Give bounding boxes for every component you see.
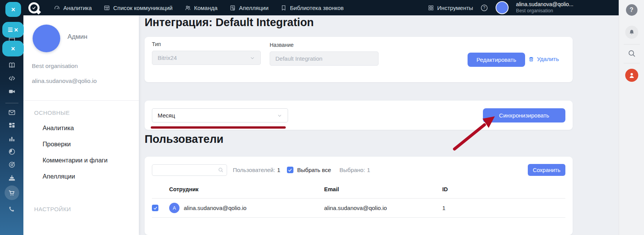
chevron-down-icon [277, 113, 282, 118]
users-table: Сотрудник Email ID A alina.sudanova@qoli… [152, 180, 565, 218]
save-button[interactable]: Сохранить [528, 164, 565, 176]
check-icon [288, 168, 292, 172]
row-email: alina.sudanova@qolio.io [324, 205, 442, 211]
users-count-label: Пользователей: [233, 167, 275, 173]
profile-sidebar: Админ Best organisation alina.sudanova@q… [23, 15, 139, 235]
selected-count-value: 1 [367, 167, 370, 173]
type-label: Тип [152, 41, 261, 47]
name-label: Название [270, 42, 379, 48]
sidebar-section-title: ОСНОВНЫЕ [34, 109, 108, 116]
user-avatar[interactable] [496, 1, 509, 14]
sidebar-role: Админ [68, 33, 87, 41]
people-icon [184, 5, 191, 11]
right-utility-rail: ? [619, 0, 644, 235]
sidebar-item-comments-flags[interactable]: Комментарии и флаги [43, 157, 108, 164]
menu-item-call-library[interactable]: Библиотека звонков [280, 5, 344, 11]
phone-icon[interactable] [8, 205, 15, 213]
overlay-close-button[interactable]: × [5, 2, 21, 17]
topbar-right-group: Инструменты ? alina.sudanova@qolio... Be… [428, 1, 573, 14]
bell-icon [628, 29, 635, 36]
menu-item-tools[interactable]: Инструменты [428, 5, 473, 11]
sidebar-organisation: Best organisation [32, 63, 78, 70]
menu-item-communications-list[interactable]: Список коммуникаций [104, 5, 173, 11]
profile-button[interactable] [625, 69, 638, 82]
sidebar-avatar[interactable] [33, 25, 60, 52]
main-menu: Аналитика Список коммуникаций Команда Ап… [54, 5, 344, 11]
overlay-dismiss-button[interactable]: × [2, 41, 24, 56]
sync-progress-bar [151, 126, 286, 129]
select-all-label: Выбрать все [297, 167, 331, 173]
person-icon [628, 71, 636, 79]
cash-register-icon[interactable] [8, 174, 16, 182]
table-header-row: Сотрудник Email ID [152, 180, 565, 199]
dashboard-icon[interactable] [8, 122, 16, 129]
sidebar-item-analytics[interactable]: Аналитика [43, 124, 108, 132]
library-book-icon[interactable] [8, 61, 16, 69]
close-icon: × [11, 6, 15, 13]
overlay-clear-filters-button[interactable]: × [2, 22, 24, 38]
table-icon [104, 5, 110, 11]
svg-text:?: ? [483, 5, 486, 10]
users-section-title: Пользователи [145, 133, 224, 146]
user-email: alina.sudanova@qolio... [516, 1, 573, 8]
sidebar-section-main: ОСНОВНЫЕ Аналитика Проверки Комментарии … [34, 109, 108, 180]
edit-button[interactable]: Редактировать [468, 53, 525, 67]
check-icon [153, 206, 158, 210]
document-clock-icon [229, 5, 236, 11]
shop-button[interactable] [5, 185, 19, 200]
row-avatar: A [169, 203, 180, 213]
video-camera-icon[interactable] [8, 88, 16, 95]
delete-button[interactable]: Удалить [528, 56, 559, 62]
help-button[interactable]: ? [626, 4, 637, 16]
selected-count-label: Выбрано: [339, 167, 365, 173]
row-checkbox[interactable] [152, 205, 158, 211]
close-icon: × [14, 26, 18, 33]
sidebar-divider [23, 100, 139, 101]
rail-divider [624, 44, 640, 45]
time-report-icon[interactable] [8, 148, 16, 156]
rail-divider [5, 103, 18, 103]
target-icon[interactable] [8, 161, 16, 169]
select-all-checkbox[interactable] [287, 167, 293, 173]
cart-icon [8, 189, 15, 197]
sync-card: Месяц Синхронизировать [145, 101, 573, 130]
header-employee: Сотрудник [169, 186, 324, 192]
synchronize-button[interactable]: Синхронизировать [483, 108, 565, 122]
rail-divider [624, 63, 640, 63]
sidebar-item-appeals[interactable]: Апелляции [43, 173, 108, 180]
notifications-button[interactable] [625, 26, 638, 39]
users-controls: Пользователей: 1 Выбрать все Выбрано: 1 … [152, 164, 565, 176]
row-employee-name: alina.sudanova@qolio.io [184, 205, 247, 211]
users-card: Пользователей: 1 Выбрать все Выбрано: 1 … [145, 157, 573, 235]
header-id: ID [442, 186, 565, 192]
top-navigation-bar: Аналитика Список коммуникаций Команда Ап… [0, 0, 619, 15]
sidebar-section-title: НАСТРОЙКИ [34, 206, 71, 212]
search-input[interactable] [156, 167, 218, 173]
search-button[interactable] [628, 49, 636, 58]
sidebar-item-reviews[interactable]: Проверки [43, 141, 108, 148]
gauge-icon [54, 5, 60, 11]
search-icon [628, 49, 636, 58]
user-info[interactable]: alina.sudanova@qolio... Best organisatio… [516, 1, 573, 14]
qolio-logo-icon[interactable] [28, 2, 40, 13]
page-title: Интеграция: Default Integration [145, 16, 314, 29]
row-id: 1 [442, 205, 565, 211]
type-select[interactable]: Bitrix24 [152, 51, 261, 65]
menu-item-appeals[interactable]: Апелляции [229, 5, 268, 11]
integration-card: Тип Bitrix24 Название Default Integratio… [145, 37, 573, 82]
sidebar-section-settings: НАСТРОЙКИ [34, 206, 71, 212]
code-icon[interactable] [8, 74, 16, 82]
help-icon[interactable]: ? [480, 4, 488, 12]
trash-icon [528, 56, 534, 62]
mail-icon[interactable] [8, 109, 16, 116]
period-select[interactable]: Месяц [152, 108, 288, 122]
menu-item-analytics[interactable]: Аналитика [54, 5, 92, 11]
bar-chart-icon[interactable] [8, 135, 16, 142]
sidebar-email: alina.sudanova@qolio.io [32, 78, 97, 84]
name-input[interactable]: Default Integration [270, 51, 379, 66]
user-organisation: Best organisation [516, 8, 573, 14]
bookmark-icon [280, 5, 287, 11]
users-count-value: 1 [277, 167, 280, 173]
chevron-down-icon [250, 55, 255, 61]
menu-item-team[interactable]: Команда [184, 5, 217, 11]
